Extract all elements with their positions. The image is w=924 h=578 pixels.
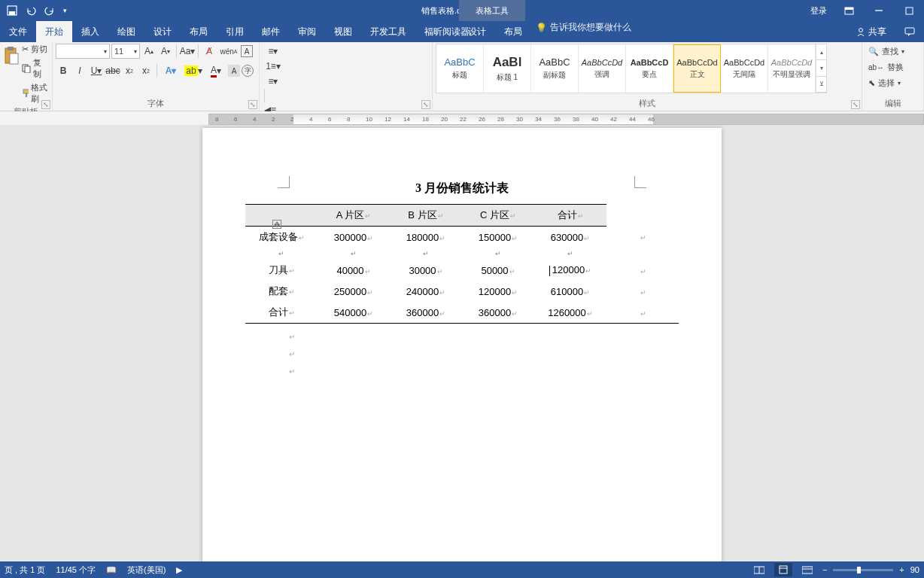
- select-button[interactable]: ⬉选择▾: [865, 75, 904, 91]
- undo-icon[interactable]: [22, 2, 40, 20]
- tab-table-design[interactable]: 设计: [459, 21, 495, 42]
- copy-button[interactable]: 复制: [22, 57, 49, 80]
- tab-mailings[interactable]: 邮件: [253, 21, 289, 42]
- comments-icon[interactable]: [895, 21, 924, 42]
- status-page[interactable]: 页 , 共 1 页: [5, 564, 45, 576]
- table-row[interactable]: 合计↵540000↵360000↵360000↵1260000↵↵: [245, 302, 679, 324]
- ribbon-options-icon[interactable]: [834, 0, 864, 21]
- tellme-input[interactable]: 告诉我你想要做什么: [550, 21, 631, 34]
- share-button[interactable]: 共享: [847, 21, 895, 42]
- numbering-icon[interactable]: 1≡▾: [263, 59, 284, 74]
- gallery-down-icon[interactable]: ▾: [816, 60, 826, 76]
- bullets-icon[interactable]: ≡▾: [263, 44, 284, 59]
- strikethrough-icon[interactable]: abc: [105, 63, 120, 78]
- style-heading[interactable]: AaBbC标题: [436, 44, 484, 93]
- table-row[interactable]: 成套设备↵300000↵180000↵150000↵630000↵↵: [245, 227, 679, 248]
- page[interactable]: ✥ 3 月份销售统计表 A 片区↵ B 片区↵ C 片区↵ 合计↵ 成套设备↵3…: [202, 128, 722, 561]
- print-layout-icon[interactable]: [774, 563, 792, 576]
- brush-icon: [22, 89, 29, 98]
- web-layout-icon[interactable]: [798, 563, 816, 576]
- style-strong[interactable]: AaBbCcD要点: [626, 44, 673, 93]
- paste-button[interactable]: [3, 44, 20, 65]
- status-language[interactable]: 英语(美国): [127, 564, 166, 576]
- zoom-in-icon[interactable]: +: [899, 565, 904, 574]
- tab-layout[interactable]: 布局: [181, 21, 217, 42]
- styles-launcher-icon[interactable]: ⤡: [851, 100, 860, 109]
- find-button[interactable]: 🔍查找▾: [865, 44, 907, 59]
- gallery-more-icon[interactable]: ⊻: [816, 77, 826, 93]
- style-subtle[interactable]: AaBbCcDd不明显强调: [768, 44, 816, 93]
- status-wordcount[interactable]: 11/45 个字: [56, 564, 96, 576]
- tab-file[interactable]: 文件: [0, 21, 36, 42]
- text-effects-icon[interactable]: A▾: [160, 63, 181, 78]
- enclose-char-icon[interactable]: 字: [242, 65, 254, 77]
- tab-design[interactable]: 设计: [144, 21, 181, 42]
- zoom-slider[interactable]: [833, 569, 893, 571]
- qat-customize-icon[interactable]: ▾: [59, 2, 70, 20]
- table-header[interactable]: C 片区↵: [462, 205, 534, 227]
- status-proof-icon[interactable]: 📖: [106, 565, 117, 575]
- superscript-icon[interactable]: x2: [138, 63, 153, 78]
- style-emphasis[interactable]: AaBbCcDd强调: [579, 44, 626, 93]
- minimize-icon[interactable]: [864, 0, 894, 21]
- underline-icon[interactable]: U▾: [89, 63, 104, 78]
- style-heading1[interactable]: AaBl标题 1: [484, 44, 531, 93]
- table-header[interactable]: A 片区↵: [318, 205, 390, 227]
- table-move-handle-icon[interactable]: ✥: [272, 220, 281, 229]
- char-shading-icon[interactable]: A: [228, 65, 240, 77]
- redo-icon[interactable]: [41, 2, 59, 20]
- login-button[interactable]: 登录: [804, 0, 834, 21]
- table-header[interactable]: B 片区↵: [390, 205, 462, 227]
- replace-button[interactable]: ab↔替换: [865, 59, 907, 75]
- style-subtitle[interactable]: AaBbC副标题: [531, 44, 579, 93]
- save-icon[interactable]: [3, 2, 21, 20]
- tab-developer[interactable]: 开发工具: [361, 21, 415, 42]
- phonetic-icon[interactable]: wénA: [218, 44, 239, 59]
- gallery-scroll[interactable]: ▴▾⊻: [816, 44, 826, 93]
- table-header[interactable]: [245, 205, 318, 227]
- tab-home[interactable]: 开始: [36, 21, 72, 42]
- tab-insert[interactable]: 插入: [72, 21, 108, 42]
- subscript-icon[interactable]: x2: [122, 63, 137, 78]
- tab-review[interactable]: 审阅: [289, 21, 325, 42]
- table-row[interactable]: ↵↵↵↵↵: [245, 248, 679, 260]
- zoom-out-icon[interactable]: −: [822, 565, 827, 574]
- table-row[interactable]: 配套↵250000↵240000↵120000↵610000↵↵: [245, 281, 679, 302]
- horizontal-ruler[interactable]: 8642246810121418202226283034363840424446: [0, 111, 924, 125]
- table-header[interactable]: 合计↵: [534, 205, 606, 227]
- style-normal[interactable]: AaBbCcDd正文: [673, 44, 721, 93]
- grow-font-icon[interactable]: A▴: [141, 44, 157, 59]
- status-bar: 页 , 共 1 页 11/45 个字 📖 英语(美国) ▶ − + 90: [0, 561, 924, 578]
- svg-rect-1: [9, 11, 15, 15]
- font-family-combo[interactable]: ▾: [56, 44, 110, 59]
- font-color-icon[interactable]: A▾: [205, 63, 226, 78]
- tab-draw[interactable]: 绘图: [108, 21, 144, 42]
- document-area[interactable]: ✥ 3 月份销售统计表 A 片区↵ B 片区↵ C 片区↵ 合计↵ 成套设备↵3…: [0, 125, 924, 561]
- shrink-font-icon[interactable]: A▾: [158, 44, 173, 59]
- multilevel-icon[interactable]: ≡▾: [263, 74, 284, 89]
- change-case-icon[interactable]: Aa▾: [180, 44, 195, 59]
- quick-access-toolbar: ▾: [0, 2, 70, 20]
- gallery-up-icon[interactable]: ▴: [816, 44, 826, 60]
- table-row[interactable]: 刀具↵40000↵30000↵50000↵120000↵↵: [245, 260, 679, 281]
- tab-references[interactable]: 引用: [217, 21, 253, 42]
- clipboard-launcher-icon[interactable]: ⤡: [41, 100, 50, 109]
- status-macro-icon[interactable]: ▶: [176, 565, 182, 575]
- highlight-icon[interactable]: ab▾: [183, 63, 204, 78]
- tab-table-layout[interactable]: 布局: [495, 21, 531, 42]
- style-nospacing[interactable]: AaBbCcDd无间隔: [721, 44, 768, 93]
- read-mode-icon[interactable]: [750, 563, 768, 576]
- zoom-level[interactable]: 90: [910, 565, 919, 574]
- bold-icon[interactable]: B: [56, 63, 71, 78]
- tab-view[interactable]: 视图: [325, 21, 361, 42]
- cut-button[interactable]: ✂剪切: [22, 44, 49, 55]
- italic-icon[interactable]: I: [72, 63, 87, 78]
- maximize-icon[interactable]: [894, 0, 924, 21]
- char-border-icon[interactable]: A: [241, 45, 253, 57]
- sales-table[interactable]: A 片区↵ B 片区↵ C 片区↵ 合计↵ 成套设备↵300000↵180000…: [245, 204, 679, 324]
- paragraph-launcher-icon[interactable]: ⤡: [421, 100, 430, 109]
- font-size-combo[interactable]: 11▾: [111, 44, 140, 59]
- clear-format-icon[interactable]: A̸: [202, 44, 217, 59]
- style-gallery[interactable]: AaBbC标题 AaBl标题 1 AaBbC副标题 AaBbCcDd强调 AaB…: [436, 44, 827, 93]
- font-launcher-icon[interactable]: ⤡: [248, 100, 257, 109]
